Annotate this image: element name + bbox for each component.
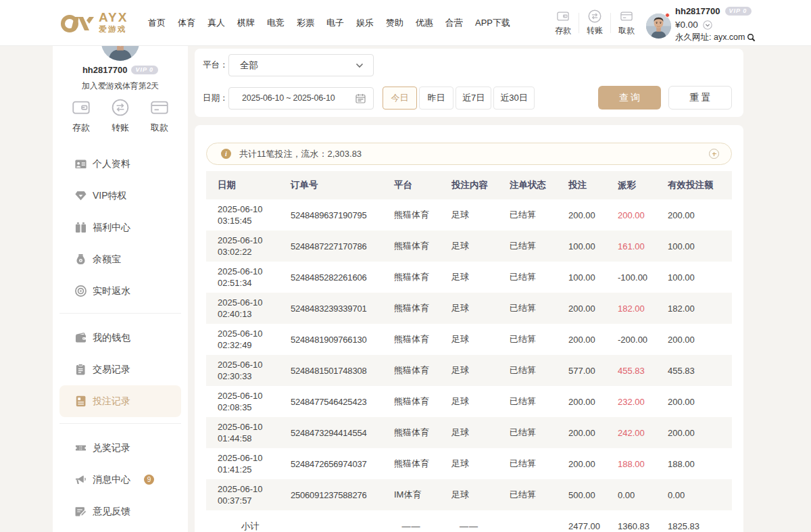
sidebar-item-交易记录[interactable]: 交易记录: [59, 354, 181, 385]
sidebar-item-我的钱包[interactable]: 我的钱包: [59, 322, 181, 354]
range-button-近7日[interactable]: 近7日: [456, 87, 491, 110]
sidebar-item-VIP特权[interactable]: VIP特权: [59, 180, 181, 212]
cell-date: 2025-06-1002:08:35: [206, 386, 279, 417]
menu-divider: [59, 313, 181, 314]
header-action-取款[interactable]: 取款: [611, 10, 642, 37]
sidebar-item-意见反馈[interactable]: 意见反馈: [59, 495, 181, 527]
cell-date: 2025-06-1003:02:22: [206, 231, 279, 262]
nav-item-11[interactable]: APP下载: [475, 17, 510, 29]
cell-platform: 熊猫体育: [383, 386, 440, 417]
date-range-input[interactable]: 2025-06-10 ~ 2025-06-10: [228, 87, 374, 110]
sidebar-item-福利中心[interactable]: 福利中心: [59, 212, 181, 243]
sidebar-action-存款[interactable]: 存款: [62, 97, 101, 134]
cell-valid: 182.00: [656, 293, 732, 324]
username[interactable]: hh2817700: [675, 6, 720, 16]
date-label: 日期：: [203, 93, 228, 104]
cell-payout: 182.00: [606, 293, 656, 324]
sidebar-action-取款[interactable]: 取款: [140, 97, 179, 134]
join-days-text: 加入爱游戏体育第2天: [53, 80, 188, 92]
wallet-icon: [75, 332, 87, 343]
range-button-近30日[interactable]: 近30日: [493, 87, 534, 110]
sidebar-item-label: 兑奖记录: [93, 442, 130, 454]
sidebar-item-label: VIP特权: [93, 190, 127, 202]
cell-bet: 200.00: [557, 386, 606, 417]
cell-date: 2025-06-1000:37:57: [206, 479, 279, 510]
range-button-昨日[interactable]: 昨日: [419, 87, 453, 110]
cell-status: 已结算: [498, 386, 557, 417]
sidebar-item-label: 投注记录: [93, 395, 130, 408]
sidebar-action-转账[interactable]: 转账: [101, 97, 140, 134]
reset-button[interactable]: 重置: [668, 86, 732, 110]
sidebar-item-投注记录[interactable]: 投注记录: [59, 385, 181, 417]
profile-icon: [75, 158, 87, 170]
subtotal-row: 小计————2477.001360.831825.83: [206, 510, 732, 532]
nav-item-4[interactable]: 电竞: [267, 17, 285, 29]
nav-item-9[interactable]: 优惠: [416, 17, 433, 29]
chevron-down-icon: [355, 63, 364, 68]
nav-item-2[interactable]: 真人: [207, 17, 225, 29]
subtotal-content: ——: [440, 510, 498, 532]
rebate-icon: [75, 285, 87, 297]
expand-circle-icon[interactable]: [709, 149, 719, 159]
megaphone-icon: [75, 474, 87, 485]
cell-valid: 455.83: [656, 355, 732, 386]
vip-icon: [75, 190, 87, 201]
sidebar-quick-actions: 存款 转账 取款: [53, 97, 188, 134]
nav-item-6[interactable]: 电子: [326, 17, 344, 29]
site-logo[interactable]: AYX 爱游戏: [61, 9, 128, 35]
nav-item-8[interactable]: 赞助: [386, 17, 403, 29]
cell-platform: 熊猫体育: [383, 448, 440, 479]
range-button-今日[interactable]: 今日: [383, 87, 417, 110]
cell-order-no: 5248481501748308: [279, 355, 383, 386]
nav-item-10[interactable]: 合营: [445, 17, 463, 29]
nav-item-3[interactable]: 棋牌: [237, 17, 255, 29]
search-icon[interactable]: [747, 33, 756, 42]
header-action-label: 存款: [555, 25, 571, 37]
sidebar-item-label: 意见反馈: [93, 506, 130, 518]
ayx-monogram-icon: [61, 9, 95, 35]
sidebar-item-消息中心[interactable]: 消息中心9: [59, 464, 181, 495]
permanent-url[interactable]: 永久网址: ayx.com: [675, 32, 745, 43]
cell-content: 足球: [440, 355, 498, 386]
sidebar-avatar[interactable]: [101, 46, 139, 61]
cell-bet: 200.00: [557, 448, 606, 479]
search-button[interactable]: 查询: [598, 86, 661, 110]
sidebar-item-兑奖记录[interactable]: 兑奖记录: [59, 432, 181, 464]
nav-item-5[interactable]: 彩票: [297, 17, 314, 29]
cell-valid: 100.00: [656, 262, 732, 293]
column-header-日期: 日期: [206, 171, 279, 199]
sidebar-item-余额宝[interactable]: 余额宝: [59, 243, 181, 275]
nav-item-7[interactable]: 娱乐: [356, 17, 374, 29]
nav-item-1[interactable]: 体育: [178, 17, 195, 29]
cell-bet: 500.00: [557, 479, 606, 510]
cell-bet: 100.00: [557, 262, 606, 293]
sidebar-item-label: 个人资料: [93, 158, 130, 170]
cell-status: 已结算: [498, 479, 557, 510]
cell-order-no: 5248473294414554: [279, 417, 383, 448]
table-row: 2025-06-1003:15:455248489637190795熊猫体育足球…: [206, 199, 732, 231]
sidebar-item-实时返水[interactable]: 实时返水: [59, 275, 181, 307]
header-quick-actions: 存款 转账 取款: [547, 0, 642, 46]
header-action-转账[interactable]: 转账: [579, 10, 610, 37]
subtotal-label: 小计: [206, 510, 279, 532]
cell-valid: 188.00: [656, 448, 732, 479]
chevron-down-circle-icon[interactable]: [703, 20, 712, 30]
summary-bar: i 共计11笔投注，流水：2,303.83: [206, 143, 732, 165]
cell-valid: 200.00: [656, 199, 732, 231]
platform-select[interactable]: 全部: [228, 54, 374, 76]
sidebar-item-个人资料[interactable]: 个人资料: [59, 148, 181, 180]
betting-icon: [75, 395, 87, 407]
cell-platform: 熊猫体育: [383, 231, 440, 262]
column-header-有效投注额: 有效投注额: [656, 171, 732, 199]
cell-status: 已结算: [498, 324, 557, 355]
column-header-投注内容: 投注内容: [440, 171, 498, 199]
cell-platform: 熊猫体育: [383, 324, 440, 355]
header-action-存款[interactable]: 存款: [547, 10, 579, 37]
nav-item-0[interactable]: 首页: [148, 17, 166, 29]
welfare-icon: [75, 222, 87, 233]
cell-order-no: 5248489637190795: [279, 199, 383, 231]
cell-content: 足球: [440, 479, 498, 510]
ticket-icon: [75, 442, 87, 454]
cell-platform: 熊猫体育: [383, 355, 440, 386]
main-nav: 首页体育真人棋牌电竞彩票电子娱乐赞助优惠合营APP下载: [148, 0, 510, 46]
